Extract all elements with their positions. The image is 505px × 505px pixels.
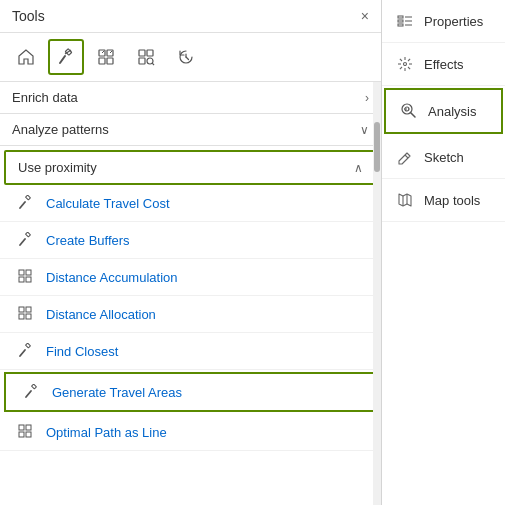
svg-line-50 [400,67,402,69]
optimal-path-as-line-label: Optimal Path as Line [46,425,167,440]
svg-rect-6 [107,58,113,64]
svg-rect-5 [99,58,105,64]
svg-rect-18 [26,232,31,237]
home-icon-btn[interactable] [8,39,44,75]
svg-line-55 [405,155,408,158]
svg-line-7 [102,51,104,53]
hammer-small-icon-3 [16,341,36,361]
close-button[interactable]: × [361,9,369,23]
analysis-icon [400,102,418,120]
section-analyze-patterns[interactable]: Analyze patterns ∨ [0,114,381,146]
right-panel: Properties Effects [382,0,505,505]
scrollbar-thumb[interactable] [374,122,380,172]
analyze-patterns-arrow: ∨ [360,123,369,137]
tools-panel: Tools × [0,0,382,505]
section-use-proximity[interactable]: Use proximity ∧ [6,152,375,183]
svg-line-29 [20,350,25,356]
create-buffers-label: Create Buffers [46,233,130,248]
svg-rect-35 [26,432,31,437]
effects-label: Effects [424,57,464,72]
right-item-map-tools[interactable]: Map tools [382,179,505,222]
tools-header: Tools × [0,0,381,33]
svg-rect-9 [139,50,145,56]
tools-title: Tools [12,8,45,24]
grid-small-icon [16,267,36,287]
svg-rect-26 [19,314,24,319]
section-enrich-data[interactable]: Enrich data › [0,82,381,114]
svg-point-42 [404,63,407,66]
use-proximity-arrow: ∧ [354,161,363,175]
svg-line-47 [400,59,402,61]
right-item-sketch[interactable]: Sketch [382,136,505,179]
hammer-small-icon [16,193,36,213]
enrich-data-arrow: › [365,91,369,105]
svg-rect-28 [26,343,31,348]
right-item-effects[interactable]: Effects [382,43,505,86]
tool-generate-travel-areas[interactable]: Generate Travel Areas [4,372,377,412]
svg-rect-27 [26,314,31,319]
history-icon [177,48,195,66]
scrollbar-track[interactable] [373,82,381,505]
svg-rect-11 [139,58,145,64]
hammer-active-icon [57,48,75,66]
right-item-properties[interactable]: Properties [382,0,505,43]
tool-calculate-travel-cost[interactable]: Calculate Travel Cost [0,185,381,222]
grid-find-btn[interactable] [128,39,164,75]
history-btn[interactable] [168,39,204,75]
grid-small-icon-2 [16,304,36,324]
properties-label: Properties [424,14,483,29]
svg-line-31 [26,391,31,397]
svg-line-49 [408,59,410,61]
tool-create-buffers[interactable]: Create Buffers [0,222,381,259]
svg-rect-22 [19,277,24,282]
right-item-analysis[interactable]: Analysis [384,88,503,134]
distance-allocation-label: Distance Allocation [46,307,156,322]
svg-rect-37 [398,20,403,22]
svg-line-1 [60,56,65,63]
map-tools-label: Map tools [424,193,480,208]
tools-content: Enrich data › Analyze patterns ∨ Use pro… [0,82,381,451]
grid-analyze-icon [97,48,115,66]
svg-line-19 [20,239,25,245]
svg-line-48 [408,67,410,69]
svg-rect-23 [26,277,31,282]
enrich-data-label: Enrich data [12,90,78,105]
grid-analyze-btn[interactable] [88,39,124,75]
distance-accumulation-label: Distance Accumulation [46,270,178,285]
hammer-small-icon-2 [16,230,36,250]
svg-rect-21 [26,270,31,275]
sketch-icon [396,148,414,166]
svg-rect-24 [19,307,24,312]
section-use-proximity-container: Use proximity ∧ [4,150,377,185]
svg-rect-10 [147,50,153,56]
find-closest-label: Find Closest [46,344,118,359]
analysis-label: Analysis [428,104,476,119]
svg-rect-16 [26,195,31,200]
sketch-label: Sketch [424,150,464,165]
svg-line-15 [186,57,189,60]
svg-line-13 [152,63,154,65]
use-proximity-label: Use proximity [18,160,97,175]
effects-icon [396,55,414,73]
tool-optimal-path-as-line[interactable]: Optimal Path as Line [0,414,381,451]
svg-rect-36 [398,16,403,18]
toolbar-icons [0,33,381,82]
analyze-patterns-label: Analyze patterns [12,122,109,137]
grid-find-icon [137,48,155,66]
tool-list: Calculate Travel Cost Create Buffers [0,185,381,451]
grid-small-icon-3 [16,422,36,442]
properties-icon [396,12,414,30]
hammer-small-icon-4 [22,382,42,402]
hammer-icon-btn[interactable] [48,39,84,75]
svg-line-8 [110,51,112,53]
svg-rect-30 [32,384,37,389]
tool-distance-accumulation[interactable]: Distance Accumulation [0,259,381,296]
svg-line-53 [411,113,416,118]
calculate-travel-cost-label: Calculate Travel Cost [46,196,170,211]
svg-rect-20 [19,270,24,275]
svg-rect-32 [19,425,24,430]
svg-rect-25 [26,307,31,312]
tool-find-closest[interactable]: Find Closest [0,333,381,370]
home-icon [17,48,35,66]
tool-distance-allocation[interactable]: Distance Allocation [0,296,381,333]
